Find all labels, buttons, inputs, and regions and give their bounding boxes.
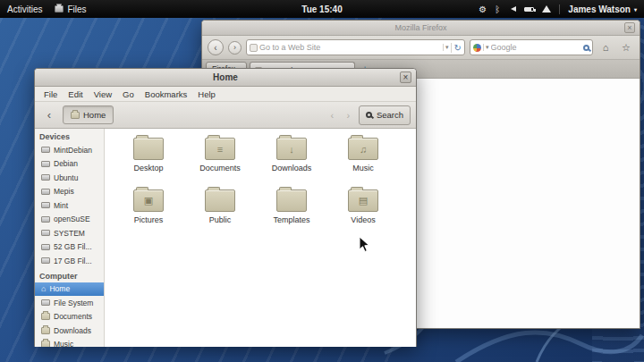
- folder-icon: ≡: [205, 138, 235, 160]
- search-icon: [366, 112, 372, 118]
- drive-icon: [41, 161, 50, 167]
- sidebar-item-label: Ubuntu: [54, 173, 78, 182]
- folder-icon: [276, 189, 307, 212]
- folder-icon: ♫: [348, 138, 378, 160]
- menu-file[interactable]: File: [38, 89, 63, 99]
- sidebar-item-label: openSuSE: [54, 215, 90, 223]
- sidebar-item-52gb[interactable]: 52 GB Fil...: [35, 240, 104, 255]
- battery-glyph: [524, 7, 534, 12]
- sidebar-item-music[interactable]: Music: [35, 338, 104, 348]
- history-back-button[interactable]: ‹: [326, 110, 338, 121]
- sidebar-item-documents[interactable]: Documents: [35, 310, 104, 324]
- history-forward-button[interactable]: ›: [343, 110, 354, 121]
- sidebar-header-devices: Devices: [35, 129, 104, 143]
- breadcrumb-home[interactable]: Home: [63, 105, 114, 124]
- folder-label: Desktop: [133, 164, 163, 173]
- menu-edit[interactable]: Edit: [63, 89, 88, 99]
- sidebar-item-mintdebian[interactable]: MintDebian: [35, 143, 104, 157]
- sidebar-header-computer: Computer: [35, 268, 104, 282]
- folder-label: Public: [209, 215, 232, 224]
- menu-view[interactable]: View: [89, 89, 117, 99]
- back-icon: ‹: [331, 110, 335, 121]
- drive-icon: [41, 174, 50, 181]
- search-button[interactable]: Search: [359, 105, 411, 125]
- firefox-titlebar[interactable]: Mozilla Firefox ×: [202, 21, 640, 36]
- folder-downloads[interactable]: ↓ Downloads: [256, 138, 327, 184]
- folder-icon: ▣: [133, 189, 164, 212]
- back-button[interactable]: ‹: [208, 39, 224, 55]
- folder-icon: [133, 138, 164, 160]
- page-icon: [250, 44, 258, 52]
- back-button[interactable]: ‹: [40, 106, 58, 124]
- sidebar-item-debian[interactable]: Debian: [35, 157, 104, 172]
- sidebar-item-ubuntu[interactable]: Ubuntu: [35, 171, 104, 185]
- volume-glyph: [508, 6, 516, 12]
- music-emblem-icon: ♫: [349, 139, 377, 159]
- nautilus-titlebar[interactable]: Home ×: [35, 69, 416, 87]
- folder-icon: [41, 313, 50, 320]
- menu-go[interactable]: Go: [117, 89, 140, 99]
- home-button[interactable]: ⌂: [597, 39, 614, 55]
- drive-icon: [41, 244, 50, 250]
- url-input[interactable]: [259, 43, 441, 52]
- settings-icon[interactable]: ⚙: [479, 4, 487, 14]
- web-search-bar[interactable]: ▾: [470, 39, 593, 55]
- bluetooth-icon[interactable]: ᛒ: [495, 4, 500, 14]
- sidebar-item-17gb[interactable]: 17 GB Fil...: [35, 254, 104, 268]
- downloads-emblem-icon: ↓: [277, 139, 306, 159]
- sidebar-item-opensuse[interactable]: openSuSE: [35, 213, 104, 227]
- sidebar-item-downloads[interactable]: Downloads: [35, 324, 104, 338]
- folder-pictures[interactable]: ▣ Pictures: [113, 189, 184, 236]
- sidebar-item-label: File System: [54, 299, 93, 307]
- folder-documents[interactable]: ≡ Documents: [184, 138, 256, 184]
- sidebar-item-label: Music: [54, 340, 73, 347]
- url-dropdown-icon[interactable]: ▾: [443, 44, 449, 51]
- sidebar-item-label: Downloads: [54, 326, 91, 335]
- folder-templates[interactable]: Templates: [256, 189, 327, 236]
- sidebar-item-label: Home: [49, 284, 70, 293]
- drive-icon: [41, 202, 50, 208]
- close-icon[interactable]: ×: [624, 22, 635, 33]
- forward-icon: ›: [347, 110, 351, 121]
- sidebar-item-file-system[interactable]: File System: [35, 296, 104, 310]
- close-button[interactable]: ×: [400, 72, 411, 83]
- search-engine-dropdown-icon[interactable]: ▾: [483, 44, 489, 51]
- network-icon[interactable]: [542, 5, 551, 13]
- sidebar-item-mepis[interactable]: Mepis: [35, 185, 104, 199]
- bookmark-star-icon: ☆: [622, 42, 631, 54]
- folder-label: Documents: [199, 164, 241, 173]
- folder-desktop[interactable]: Desktop: [113, 138, 184, 184]
- search-go-icon[interactable]: [583, 45, 589, 51]
- reload-icon[interactable]: ↻: [451, 43, 462, 53]
- sidebar-item-label: Documents: [54, 312, 92, 321]
- folder-videos[interactable]: ▤ Videos: [327, 189, 399, 236]
- folder-label: Templates: [273, 215, 309, 224]
- breadcrumb-label: Home: [83, 110, 106, 120]
- folder-music[interactable]: ♫ Music: [327, 138, 399, 184]
- bookmarks-button[interactable]: ☆: [618, 39, 634, 55]
- forward-button[interactable]: ›: [228, 41, 242, 55]
- back-icon: ‹: [47, 108, 51, 122]
- web-search-input[interactable]: [491, 43, 581, 52]
- menu-help[interactable]: Help: [192, 89, 221, 99]
- sidebar-item-mint[interactable]: Mint: [35, 198, 104, 213]
- battery-icon[interactable]: [524, 7, 534, 12]
- sidebar-item-system[interactable]: SYSTEM: [35, 226, 104, 240]
- sidebar-item-label: 52 GB Fil...: [54, 242, 92, 251]
- sidebar-item-label: Debian: [54, 159, 78, 168]
- volume-icon[interactable]: [508, 6, 516, 12]
- videos-emblem-icon: ▤: [349, 190, 377, 211]
- menu-bookmarks[interactable]: Bookmarks: [140, 89, 193, 99]
- firefox-nav-toolbar: ‹ › ▾ ↻ ▾ ⌂ ☆: [202, 36, 640, 60]
- search-label: Search: [377, 110, 403, 120]
- sidebar: Devices MintDebian Debian Ubuntu Mepis M…: [35, 129, 105, 347]
- sidebar-item-home[interactable]: ⌂Home: [35, 282, 104, 297]
- window-title: Home: [213, 72, 238, 82]
- sidebar-item-label: Mepis: [54, 187, 74, 196]
- back-icon: ‹: [214, 43, 216, 53]
- drive-icon: [41, 189, 50, 195]
- documents-emblem-icon: ≡: [206, 139, 234, 159]
- folder-public[interactable]: Public: [184, 189, 256, 236]
- user-menu[interactable]: James Watson ▾: [559, 4, 637, 14]
- url-bar[interactable]: ▾ ↻: [246, 39, 465, 55]
